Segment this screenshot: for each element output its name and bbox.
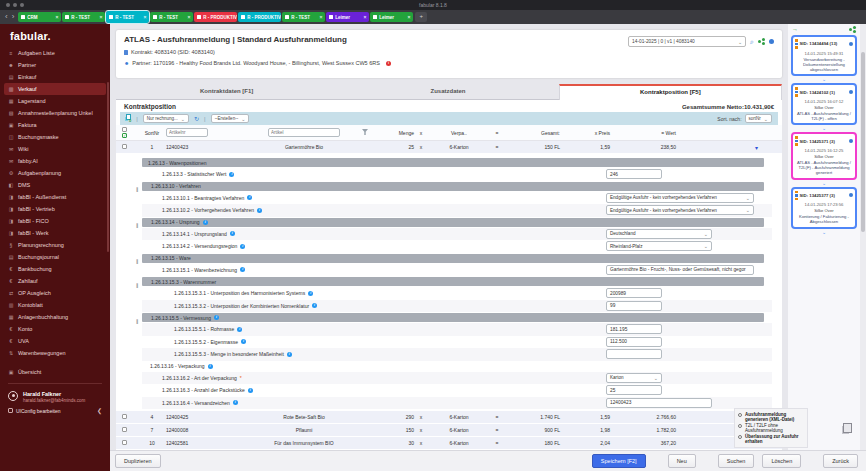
browser-tab[interactable]: R - TEST ×: [62, 12, 105, 22]
filter-checked-icon[interactable]: [122, 133, 127, 138]
detail-input[interactable]: Gartenmöhre Bio - Frucht-, Nuss- oder Ge…: [606, 265, 754, 275]
new-tab-button[interactable]: +: [415, 12, 427, 22]
info-icon[interactable]: [312, 303, 317, 308]
detail-input[interactable]: 181.195: [606, 324, 662, 334]
sidebar-item[interactable]: € Konto: [4, 323, 106, 335]
row-checkbox[interactable]: [122, 427, 127, 432]
sidebar-scrollbar[interactable]: [107, 82, 109, 252]
detail-section-header[interactable]: 1.26.13.15 - Ware: [142, 254, 764, 263]
sidebar-item[interactable]: ▣ Faktura: [4, 119, 106, 131]
page-tab[interactable]: Zusatzdaten: [337, 84, 558, 99]
browser-tab[interactable]: R - TEST ×: [106, 11, 149, 23]
back-button[interactable]: Zurück: [823, 454, 858, 468]
info-icon[interactable]: [240, 267, 245, 272]
close-tab-icon[interactable]: ×: [363, 14, 366, 20]
duplicate-position-button[interactable]: 0: [126, 114, 131, 123]
sidebar-item[interactable]: ◨ fabBI - Vertrieb: [4, 203, 106, 215]
browser-tab[interactable]: R - PRODUKTIV ×: [194, 12, 237, 22]
uiconfig-checkbox[interactable]: [8, 408, 13, 413]
sidebar-item[interactable]: ◨ fabBI - Werk: [4, 227, 106, 239]
workflow-card[interactable]: SID: 13424102 (1) 14-01-2025 16:07:12 Si…: [791, 83, 857, 125]
sidebar-item[interactable]: ▥ Verkauf: [4, 83, 106, 95]
card-sid[interactable]: SID: 13425377 (3): [800, 193, 835, 198]
info-icon[interactable]: [287, 352, 292, 357]
export-option[interactable]: Ausfuhranmeldung generieren (XML-Datei): [738, 412, 804, 422]
info-icon[interactable]: [230, 231, 235, 236]
browser-tab[interactable]: Leimer ×: [326, 12, 369, 22]
info-icon[interactable]: [203, 220, 208, 225]
position-row[interactable]: 7 12400008 Pflaumi 150 x 6-Karton = 900 …: [116, 424, 782, 437]
sidebar-item[interactable]: ▥ Kontoblatt: [4, 299, 106, 311]
card-sid[interactable]: SID: 13424102 (1): [800, 90, 835, 95]
column-sortnr[interactable]: SortNr: [138, 130, 166, 136]
detail-select[interactable]: Endgültige Ausfuhr - kein vorhergehendes…: [606, 205, 754, 215]
detail-input[interactable]: 12400423: [606, 398, 712, 408]
sidebar-item[interactable]: § Planungsrechnung: [4, 239, 106, 251]
row-checkbox[interactable]: [122, 414, 127, 419]
browser-tab[interactable]: R - TEST ×: [150, 12, 193, 22]
detail-section-header[interactable]: 1.26.13.15.5 - Vermessung: [142, 313, 764, 322]
info-icon[interactable]: [257, 208, 262, 213]
chevron-down-icon[interactable]: ⌄: [788, 126, 860, 131]
radio-icon[interactable]: [738, 424, 742, 428]
collapse-row-icon[interactable]: [755, 145, 758, 151]
sidebar-item[interactable]: ≡ Aufgaben Liste: [4, 47, 106, 59]
card-sid[interactable]: SID: 13425371 (3): [800, 139, 835, 144]
search-button[interactable]: Suchen: [718, 454, 755, 468]
back-icon[interactable]: ‹: [5, 11, 8, 23]
copy-document-icon[interactable]: [843, 423, 852, 433]
collapse-sidebar-icon[interactable]: ❮: [97, 407, 102, 414]
row-checkbox[interactable]: [122, 144, 127, 149]
detail-section-header[interactable]: 1.26.13.15.3 - Warennummer: [142, 277, 764, 286]
browser-tab[interactable]: Leimer ×: [370, 12, 413, 22]
sort-select[interactable]: sortNr: [745, 114, 772, 123]
info-circle-icon[interactable]: [849, 193, 853, 197]
info-icon[interactable]: [247, 195, 252, 200]
row-checkbox[interactable]: [122, 440, 127, 445]
version-select[interactable]: 14-01-2025 | 0 | v1 | 4083140: [628, 36, 746, 47]
sidebar-item[interactable]: ◧ DMS: [4, 179, 106, 191]
detail-input[interactable]: 99: [606, 301, 662, 311]
detail-input[interactable]: 112.500: [606, 337, 662, 347]
position-row[interactable]: 1 12400423 Gartenmöhre Bio 25 x 6-Karton…: [116, 141, 782, 154]
close-tab-icon[interactable]: ×: [55, 14, 58, 20]
info-icon[interactable]: [237, 327, 242, 332]
sidebar-item[interactable]: ✉ Wiki: [4, 143, 106, 155]
info-icon[interactable]: [233, 400, 238, 405]
delete-button[interactable]: Löschen: [762, 454, 801, 468]
workflow-card[interactable]: SID: 13425371 (3) 14-01-2025 16:12:25 Si…: [791, 132, 857, 179]
create-select[interactable]: --Erstellen--: [211, 114, 250, 123]
radio-icon[interactable]: [738, 413, 742, 417]
refresh-icon[interactable]: ↻: [194, 116, 199, 122]
window-scrollbar[interactable]: [860, 24, 866, 471]
uiconfig-label[interactable]: UIConfig bearbeiten: [16, 408, 60, 414]
detail-section-header[interactable]: 1.26.13 - Warenpositionen: [142, 158, 764, 167]
info-icon[interactable]: [308, 291, 313, 296]
new-button[interactable]: Neu: [668, 454, 696, 468]
workflow-card[interactable]: SID: 13425377 (3) 14-01-2025 17:23:56 Si…: [791, 187, 857, 229]
info-icon[interactable]: [229, 172, 234, 177]
search-icon[interactable]: ⌕: [750, 38, 754, 45]
close-tab-icon[interactable]: ×: [187, 14, 190, 20]
close-tab-icon[interactable]: ×: [99, 14, 102, 20]
sidebar-item[interactable]: € UVA: [4, 335, 106, 347]
sidebar-item[interactable]: ⇄ OP Ausgleich: [4, 287, 106, 299]
export-option[interactable]: Überlassung zur Ausfuhr erhalten: [738, 434, 804, 444]
page-tab[interactable]: Kontraktdaten [F1]: [116, 84, 337, 99]
sidebar-item[interactable]: ◨ fabBI - Außendienst: [4, 191, 106, 203]
scrollbar-thumb[interactable]: [861, 52, 865, 232]
browser-tab[interactable]: R - PRODUKTIV ×: [238, 12, 281, 22]
artikelnr-filter-input[interactable]: [166, 128, 208, 137]
save-button[interactable]: Speichern [F2]: [592, 454, 646, 468]
detail-select[interactable]: Endgültige Ausfuhr - kein vorhergehendes…: [606, 193, 754, 203]
sidebar-item[interactable]: ◫ Buchungsmaske: [4, 131, 106, 143]
detail-select[interactable]: Rheinland-Pfalz: [606, 241, 712, 251]
radio-icon[interactable]: [738, 435, 742, 439]
info-icon[interactable]: [241, 339, 246, 344]
panel-expand-icon[interactable]: →: [792, 26, 798, 32]
chevron-down-icon[interactable]: ⌄: [788, 181, 860, 186]
info-icon[interactable]: [214, 315, 219, 320]
chevron-down-icon[interactable]: ⌄: [788, 77, 860, 82]
sidebar-item[interactable]: € Bankbuchung: [4, 263, 106, 275]
duplicate-button[interactable]: Duplizieren: [115, 454, 161, 468]
